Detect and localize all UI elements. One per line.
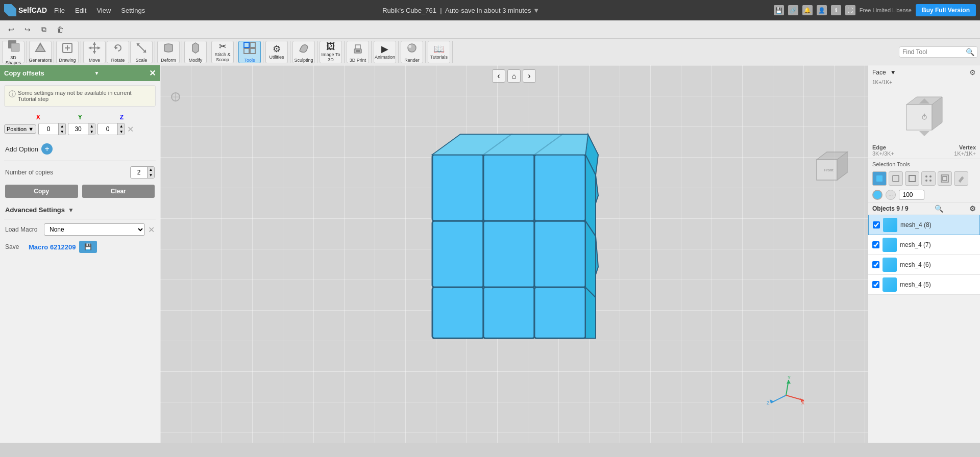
- image-to-3d-button[interactable]: 🖼 Image To 3D: [320, 41, 342, 63]
- advanced-settings-row: Advanced Settings ▼: [0, 201, 160, 217]
- drawing-button[interactable]: Drawing: [56, 41, 79, 63]
- object-item-2[interactable]: mesh_4 (6): [868, 255, 980, 275]
- modify-button[interactable]: Modify: [184, 41, 207, 63]
- nav-right-button[interactable]: ›: [523, 69, 536, 83]
- menu-edit[interactable]: Edit: [72, 5, 89, 16]
- generators-button[interactable]: Generators: [29, 41, 52, 63]
- copies-increment-button[interactable]: ▲: [147, 167, 154, 172]
- nav-home-button[interactable]: ⌂: [507, 69, 521, 83]
- y-decrement-button[interactable]: ▼: [88, 129, 95, 135]
- y-increment-button[interactable]: ▲: [88, 123, 95, 129]
- divider-1: [4, 161, 156, 161]
- object-checkbox-2[interactable]: [872, 261, 879, 268]
- rotate-button[interactable]: Rotate: [107, 41, 129, 63]
- object-checkbox-1[interactable]: [872, 241, 879, 248]
- menu-file[interactable]: File: [51, 5, 68, 16]
- select-inner-button[interactable]: [938, 171, 952, 186]
- autosave-dropdown[interactable]: ▼: [533, 7, 540, 14]
- utilities-button[interactable]: ⚙ Utilities: [265, 41, 288, 63]
- app-name: SelfCAD: [18, 6, 47, 14]
- object-color-picker[interactable]: [872, 190, 883, 200]
- info-icon: ⓘ: [9, 90, 16, 99]
- view-mode-dropdown[interactable]: ▼: [890, 69, 896, 76]
- save-icon[interactable]: 💾: [774, 5, 784, 15]
- x-increment-button[interactable]: ▲: [58, 123, 65, 129]
- duplicate-button[interactable]: ⧉: [37, 22, 51, 37]
- move-button[interactable]: Move: [83, 41, 106, 63]
- objects-search-icon[interactable]: 🔍: [935, 205, 943, 213]
- render-button[interactable]: Render: [401, 41, 423, 63]
- find-tool-input[interactable]: [902, 48, 964, 56]
- object-checkbox-3[interactable]: [872, 281, 879, 288]
- x-input[interactable]: [39, 124, 58, 134]
- save-macro-label: Save: [5, 243, 26, 250]
- object-checkbox-0[interactable]: [873, 221, 880, 229]
- object-item-0[interactable]: mesh_4 (8): [868, 215, 980, 235]
- z-input[interactable]: [98, 124, 117, 134]
- 3d-model: [417, 124, 611, 360]
- sculpting-button[interactable]: Sculpting: [292, 41, 315, 63]
- tutorials-button[interactable]: 📖 Tutorials: [428, 41, 450, 63]
- panel-dropdown-arrow[interactable]: ▼: [94, 70, 99, 76]
- undo-button[interactable]: ↩: [4, 22, 18, 37]
- viewport[interactable]: ‹ ⌂ ›: [160, 65, 868, 443]
- object-item-1[interactable]: mesh_4 (7): [868, 235, 980, 255]
- tools-button[interactable]: Tools: [238, 41, 261, 63]
- user-icon[interactable]: 👤: [817, 5, 827, 15]
- stitch-button[interactable]: ✂ Stitch & Scoop: [211, 41, 234, 63]
- copies-spinners: ▲ ▼: [147, 167, 154, 178]
- delete-button[interactable]: 🗑: [53, 22, 67, 37]
- panel-close-button[interactable]: ✕: [149, 68, 156, 78]
- z-decrement-button[interactable]: ▼: [117, 129, 125, 135]
- position-clear-button[interactable]: ✕: [127, 124, 134, 134]
- copies-input[interactable]: [131, 168, 147, 177]
- select-object-button[interactable]: [872, 171, 887, 186]
- z-spinners: ▲ ▼: [117, 123, 125, 135]
- animation-label: Animation: [375, 55, 395, 60]
- 3d-print-group: 3D Print: [347, 41, 372, 63]
- select-paint-button[interactable]: [954, 171, 968, 186]
- buy-full-version-button[interactable]: Buy Full Version: [916, 4, 976, 16]
- y-input[interactable]: [68, 124, 88, 134]
- deform-label: Deform: [161, 58, 176, 63]
- redo-button[interactable]: ↪: [20, 22, 35, 37]
- deform-button[interactable]: Deform: [157, 41, 180, 63]
- orientation-cube[interactable]: Front: [812, 147, 852, 189]
- select-edge-button[interactable]: [905, 171, 919, 186]
- view-settings-gear-icon[interactable]: ⚙: [969, 68, 976, 77]
- svg-marker-11: [88, 46, 91, 49]
- view-cube[interactable]: [899, 89, 950, 140]
- share-icon[interactable]: 🔗: [788, 5, 798, 15]
- shapes-group: 3D Shapes: [2, 41, 27, 63]
- menu-view[interactable]: View: [93, 5, 114, 16]
- opacity-input[interactable]: [899, 190, 924, 200]
- 3d-print-button[interactable]: 3D Print: [347, 41, 369, 63]
- material-picker[interactable]: ···: [886, 190, 896, 200]
- nav-left-button[interactable]: ‹: [492, 69, 505, 83]
- bell-icon[interactable]: 🔔: [802, 5, 813, 15]
- select-vertex-button[interactable]: [921, 171, 936, 186]
- objects-settings-icon[interactable]: ⚙: [969, 205, 976, 213]
- animation-button[interactable]: ▶ Animation: [374, 41, 396, 63]
- scale-button[interactable]: Scale: [130, 41, 153, 63]
- menu-settings[interactable]: Settings: [118, 5, 148, 16]
- 3d-shapes-button[interactable]: 3D Shapes: [2, 41, 24, 63]
- z-increment-button[interactable]: ▲: [117, 123, 125, 129]
- position-type-dropdown[interactable]: Position ▼: [4, 124, 36, 134]
- x-decrement-button[interactable]: ▼: [58, 129, 65, 135]
- 3d-print-icon: [351, 41, 365, 57]
- macro-name: Macro 6212209: [29, 243, 76, 251]
- select-face-button[interactable]: [889, 171, 903, 186]
- advanced-settings-arrow[interactable]: ▼: [68, 207, 74, 214]
- expand-icon[interactable]: ⛶: [845, 5, 855, 15]
- save-macro-button[interactable]: 💾: [79, 241, 97, 253]
- macro-clear-button[interactable]: ✕: [148, 225, 155, 235]
- info-icon[interactable]: ℹ: [831, 5, 841, 15]
- copies-decrement-button[interactable]: ▼: [147, 172, 154, 178]
- clear-button[interactable]: Clear: [82, 185, 155, 198]
- object-item-3[interactable]: mesh_4 (5): [868, 275, 980, 295]
- move-icon: [87, 41, 102, 57]
- add-option-button[interactable]: +: [41, 143, 53, 155]
- copy-button[interactable]: Copy: [5, 185, 78, 198]
- macro-select[interactable]: None: [44, 223, 145, 236]
